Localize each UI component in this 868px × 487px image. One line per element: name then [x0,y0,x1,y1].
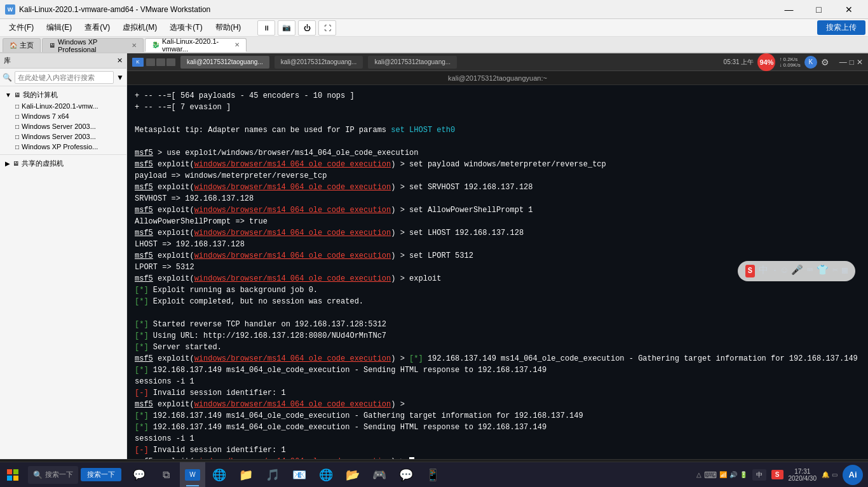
systray-up-arrow[interactable]: △ [696,471,702,478]
vm-tab-2[interactable]: kali@20175312taoguang... [275,56,363,69]
tab-bar: 🏠 主页 🖥 Windows XP Professional ✕ 🐉 Kali-… [0,37,868,53]
ai-badge[interactable]: Ai [843,465,863,485]
svg-rect-3 [13,476,18,481]
taskbar-browser[interactable]: 🌐 [313,462,339,488]
sogou-skin[interactable]: 👕 [817,264,829,279]
vm-close-btn[interactable]: ✕ [857,58,863,67]
vm-icon-ws2003-2: □ [15,133,19,140]
settings-icon[interactable]: ⚙ [821,57,829,67]
taskbar-game[interactable]: 🎮 [367,462,392,488]
menu-edit[interactable]: 编辑(E) [40,20,78,36]
network-speed: ↑ 0.2K/s ↓ 0.09K/s [779,57,800,68]
sidebar-item-winxp[interactable]: □ Windows XP Professio... [10,142,126,152]
ws2003-2-label: Windows Server 2003... [22,133,96,140]
sogou-keyboard[interactable]: ⌨ [807,264,813,279]
taskbar-task-view[interactable]: ⧉ [153,462,179,488]
search-icon-taskbar: 🔍 [33,470,43,479]
sogou-tools[interactable]: ✂ [832,264,838,279]
taskbar-mail[interactable]: 📧 [287,462,312,488]
tab-winxp-close[interactable]: ✕ [132,42,137,49]
terminal-output[interactable]: + -- --=[ 564 payloads - 45 encoders - 1… [127,85,868,459]
tab-kali[interactable]: 🐉 Kali-Linux-2020.1-vmwar... ✕ [145,38,247,52]
vm-maximize-btn[interactable]: □ [850,58,854,67]
taskbar-vmware[interactable]: W [180,462,205,488]
toolbar-icon-3 [166,58,175,66]
vmware-upload-button[interactable]: 搜索上传 [817,20,865,35]
systray-sound[interactable]: 🔊 [729,471,737,478]
windows-logo-icon [6,469,19,481]
tab-kali-close[interactable]: ✕ [234,41,240,48]
search-button[interactable]: 搜索一下 [81,468,121,481]
sidebar-item-ws2003-2[interactable]: □ Windows Server 2003... [10,131,126,142]
sogou-toolbar[interactable]: S 中 · ☺ 🎤 ⌨ 👕 ✂ ▦ [738,261,855,282]
taskbar-folder[interactable]: 📂 [340,462,365,488]
fullscreen-button[interactable]: ⛶ [318,20,336,36]
line-final-prompt: msf5 exploit(windows/browser/ms14_064_ol… [135,456,860,459]
vm-tab-1[interactable]: kali@20175312taoguang... [180,56,269,69]
line-tcp-handler: [*] Started reverse TCP handler on 192.1… [135,319,860,330]
menu-file[interactable]: 文件(F) [3,20,40,36]
vm-tab-3[interactable]: kali@20175312taoguang... [368,56,457,69]
terminal-title-bar: kali@20175312taoguangyuan:~ [127,71,868,85]
main-layout: 库 ✕ 🔍 ▼ ▼ 🖥 我的计算机 □ Kali-Linux-2020.1-vm… [0,53,868,459]
menu-tabs[interactable]: 选项卡(T) [163,20,208,36]
taskbar-phone[interactable]: 📱 [420,462,445,488]
vm-logo: K [132,58,144,67]
sogou-indicator[interactable]: S [771,470,783,479]
maximize-button[interactable]: □ [804,0,833,19]
taskbar-files[interactable]: 📁 [233,462,259,488]
sidebar-item-shared[interactable]: ▶ 🖥 共享的虚拟机 [0,157,126,170]
start-button[interactable] [0,462,25,488]
snapshot-button[interactable]: 📷 [278,20,295,36]
taskbar-ie[interactable]: 🌐 [207,462,232,488]
taskbar-media[interactable]: 🎵 [260,462,285,488]
winxp-icon: 🖥 [49,42,55,49]
line-payloads: + -- --=[ 564 payloads - 45 encoders - 1… [135,90,860,102]
menu-help[interactable]: 帮助(H) [209,20,248,36]
taskbar-cortana[interactable]: 💬 [126,462,152,488]
close-button[interactable]: ✕ [834,0,863,19]
vm-window-controls: — □ ✕ [839,58,863,67]
tab-home[interactable]: 🏠 主页 [3,38,41,52]
taskbar-clock[interactable]: 17:31 2020/4/30 [789,468,817,482]
sidebar-tree: ▼ 🖥 我的计算机 □ Kali-Linux-2020.1-vmw... □ W… [0,86,126,459]
systray-keyboard[interactable]: ⌨ [704,470,717,480]
line-invalid-1: [-] Invalid session identifier: 1 [135,387,860,399]
sogou-mic[interactable]: 🎤 [791,264,803,279]
sogou-chinese[interactable]: 中 [759,264,768,279]
sidebar-close-icon[interactable]: ✕ [117,57,123,65]
systray-battery-icon[interactable]: 🔋 [740,471,747,478]
tab-winxp[interactable]: 🖥 Windows XP Professional ✕ [42,38,144,52]
power-button[interactable]: ⏻ [298,20,316,36]
line-gather-2: [*] 192.168.137.149 ms14_064_ole_code_ex… [135,410,860,422]
line-evasion: + -- --=[ 7 evasion ] [135,102,860,113]
lang-indicator[interactable]: 中 [752,469,766,481]
sidebar-item-kali[interactable]: □ Kali-Linux-2020.1-vmw... [10,101,126,111]
menu-view[interactable]: 查看(V) [78,20,116,36]
notification-icon[interactable]: 🔔 [822,471,829,478]
vm-list: □ Kali-Linux-2020.1-vmw... □ Windows 7 x… [0,101,126,152]
line-prompt-1: msf5 exploit(windows/browser/ms14_064_ol… [135,399,860,410]
sidebar-item-ws2003-1[interactable]: □ Windows Server 2003... [10,121,126,131]
sidebar-item-mycomputer[interactable]: ▼ 🖥 我的计算机 [0,89,126,101]
computer-icon: 🖥 [14,91,20,98]
sidebar-search-input[interactable] [15,71,114,84]
title-bar-left: W Kali-Linux-2020.1-vmware-amd64 - VMwar… [5,4,210,15]
toolbar-icon-2 [156,58,165,66]
sidebar-item-win7[interactable]: □ Windows 7 x64 [10,111,126,121]
time-display: 05:31 上午 [724,58,754,67]
systray-network[interactable]: 📶 [719,471,727,478]
minimize-button[interactable]: — [775,0,803,19]
search-dropdown-icon[interactable]: ▼ [116,73,124,82]
taskbar-extra-icon[interactable]: ▭ [832,471,837,478]
vm-minimize-btn[interactable]: — [839,58,847,67]
taskbar-search-bar[interactable]: 🔍 搜索一下 [28,466,78,484]
sogou-menu[interactable]: ▦ [842,264,848,279]
taskbar-wechat[interactable]: 💬 [393,462,419,488]
pause-button[interactable]: ⏸ [257,20,275,36]
vm-topbar-right: 05:31 上午 94% ↑ 0.2K/s ↓ 0.09K/s K ⚙ [724,53,829,71]
sogou-emoji[interactable]: ☺ [782,264,787,279]
menu-vm[interactable]: 虚拟机(M) [116,20,163,36]
title-bar: W Kali-Linux-2020.1-vmware-amd64 - VMwar… [0,0,868,19]
shared-label: 共享的虚拟机 [22,159,64,168]
